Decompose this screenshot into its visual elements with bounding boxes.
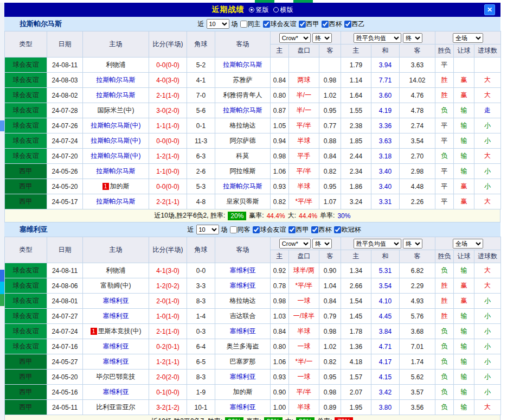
corner-score: 8-3: [187, 294, 215, 309]
away-team: 拉斯帕尔马斯: [215, 103, 271, 118]
match-row: 球会友谊24-07-241里斯本竞技(中)2-1(1-0)0-3塞维利亚0.84…: [5, 324, 501, 339]
league-checkbox-input[interactable]: [253, 226, 260, 233]
same-venue-checkbox[interactable]: 同客: [230, 225, 251, 234]
draw-odds: 3.84: [371, 324, 400, 339]
score: 0-1(0-0): [149, 385, 187, 400]
league-checkbox[interactable]: 球会友谊: [253, 225, 286, 234]
draw-odds: 3.80: [371, 400, 400, 415]
dialog-title: 近期战绩: [212, 5, 245, 15]
goals-result: 大: [474, 73, 501, 88]
period-select[interactable]: 全场: [453, 33, 483, 43]
result: 平: [435, 164, 454, 179]
bookmaker-select[interactable]: Crow*: [279, 239, 311, 249]
left-edge-artifact-block: [0, 294, 4, 306]
league-checkbox-input[interactable]: [311, 226, 318, 233]
win-odds: 1.79: [341, 58, 371, 73]
europe-odds-group: 胜平负均值 终: [341, 31, 435, 44]
away-team: 利雅得青年人: [215, 88, 271, 103]
league-checkbox-input[interactable]: [322, 21, 329, 28]
home-team-name: 拉斯帕尔马斯(中): [91, 122, 141, 129]
league-checkbox[interactable]: 西甲: [299, 20, 319, 29]
col-odds-away: 客: [319, 44, 341, 58]
handicap-line: 平手: [289, 149, 319, 164]
match-type: 西甲: [5, 354, 47, 370]
match-type: 西甲: [5, 194, 47, 209]
home-team: 毕尔巴鄂竞技: [83, 370, 149, 385]
stage-select[interactable]: 终: [312, 33, 332, 43]
league-checkbox[interactable]: 球会友谊: [263, 20, 297, 29]
away-team-name: 加的斯: [233, 388, 253, 396]
league-checkbox[interactable]: 西甲: [288, 225, 309, 234]
match-date: 24-05-11: [47, 400, 83, 415]
score: 0-0(0-0): [149, 58, 187, 73]
handicap-home-odds: 0.92: [271, 263, 289, 278]
stage-select-2[interactable]: 终: [403, 33, 422, 43]
corner-score: 7-0: [187, 88, 215, 103]
match-count-select[interactable]: 10: [196, 225, 219, 234]
same-venue-checkbox[interactable]: 同主: [240, 20, 261, 29]
league-checkbox[interactable]: 西杯: [311, 225, 332, 234]
league-checkbox-input[interactable]: [334, 226, 341, 233]
match-type: 西甲: [5, 400, 47, 415]
match-type: 球会友谊: [5, 149, 47, 164]
handicap-home-odds: 0.98: [271, 149, 289, 164]
league-checkbox[interactable]: 西杯: [322, 20, 342, 29]
league-checkbox[interactable]: 欧冠杯: [334, 225, 361, 234]
same-venue-checkbox-input[interactable]: [230, 226, 237, 233]
win-odds: 1.36: [341, 339, 371, 354]
handicap-line: 半球: [289, 179, 319, 194]
lose-odds: 5.62: [400, 370, 435, 385]
screen: 近期战绩 竖版 横版 ✕ 拉斯帕尔马斯近10场同主球会友谊西甲西杯西乙类型日期主…: [0, 0, 507, 420]
match-date: 24-08-02: [47, 88, 83, 103]
result: 负: [435, 263, 454, 278]
handicap-result: 输: [454, 324, 474, 339]
radio-selected-icon: [249, 7, 254, 12]
col-win: 主: [341, 250, 371, 263]
match-date: 24-05-20: [47, 370, 83, 385]
handicap-result: 输: [454, 370, 474, 385]
horizontal-layout-radio[interactable]: 横版: [273, 5, 293, 15]
goals-result: 大: [474, 194, 501, 209]
col-handicap: 盘口: [289, 250, 319, 263]
match-row: 西甲24-05-20毕尔巴鄂竞技2-0(2-0)8-3塞维利亚0.93一球0.9…: [5, 370, 501, 385]
match-date: 24-05-26: [47, 164, 83, 179]
col-goals: 进球数: [474, 250, 501, 263]
corner-score: 8-3: [187, 370, 215, 385]
away-team: 塞维利亚: [215, 263, 271, 278]
league-checkbox-input[interactable]: [344, 21, 351, 28]
match-row: 西甲24-05-201加的斯0-0(0-0)5-3拉斯帕尔马斯0.93半球0.9…: [5, 179, 501, 194]
match-row: 球会友谊24-08-03拉斯帕尔马斯4-0(3-0)4-1苏雅萨0.84两球0.…: [5, 73, 501, 88]
summary-text: 大:: [288, 211, 296, 220]
handicap-result: 输: [454, 164, 474, 179]
match-count-select[interactable]: 10: [207, 19, 229, 29]
match-date: 24-07-24: [47, 133, 83, 149]
match-row: 球会友谊24-07-26拉斯帕尔马斯(中)1-1(1-0)0-1格拉纳达1.05…: [5, 118, 501, 133]
handicap-line: 平/半: [289, 118, 319, 133]
bookmaker-select[interactable]: Crow*: [279, 33, 311, 43]
col-score: 比分(半场): [149, 237, 187, 263]
stage-select-2[interactable]: 终: [403, 239, 422, 249]
period-select[interactable]: 全场: [453, 239, 483, 249]
match-date: 24-05-20: [47, 179, 83, 194]
league-checkbox-input[interactable]: [263, 21, 270, 28]
vertical-layout-radio[interactable]: 竖版: [249, 5, 269, 15]
home-team-name: 塞维利亚: [103, 342, 129, 350]
league-checkbox[interactable]: 西乙: [344, 20, 365, 29]
stage-select[interactable]: 终: [312, 239, 332, 249]
handicap-line: 半球: [289, 133, 319, 149]
goals-result: 大: [474, 88, 501, 103]
win-odds: 2.34: [341, 164, 371, 179]
goals-result: 小: [474, 354, 501, 370]
odds-type-select[interactable]: 胜平负均值: [354, 33, 401, 43]
league-checkbox-input[interactable]: [299, 21, 306, 28]
handicap-result: 赢: [454, 88, 474, 103]
handicap-home-odds: 0.80: [271, 88, 289, 103]
games-label: 场: [221, 225, 228, 234]
rate-badge: 30%: [264, 417, 283, 420]
league-checkbox-input[interactable]: [288, 226, 296, 233]
same-venue-checkbox-input[interactable]: [240, 21, 247, 28]
odds-type-select[interactable]: 胜平负均值: [354, 239, 401, 249]
europe-odds-group: 胜平负均值 终: [341, 237, 435, 250]
handicap-away-odds: 0.79: [319, 309, 341, 324]
close-button[interactable]: ✕: [484, 4, 495, 15]
